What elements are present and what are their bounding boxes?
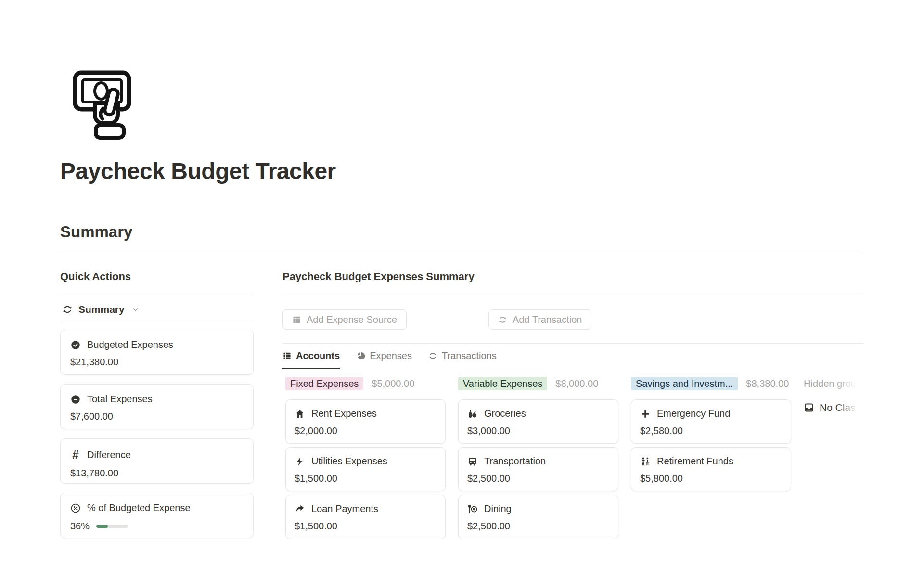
page-icon-money-in-hand[interactable] xyxy=(72,70,137,140)
expenses-summary-heading: Paycheck Budget Expenses Summary xyxy=(282,270,864,295)
quick-actions-panel: Quick Actions Summary xyxy=(60,254,254,539)
card-value: $21,380.00 xyxy=(70,357,244,368)
bolt-icon xyxy=(295,456,305,467)
board-group-variable-expenses: Variable Expenses $8,000.00 xyxy=(458,377,618,539)
board-card-retirement-funds[interactable]: Retirement Funds $5,800.00 xyxy=(631,447,791,491)
inbox-icon xyxy=(804,402,814,413)
transactions-swap-icon xyxy=(62,304,73,315)
tab-label: Expenses xyxy=(370,350,412,361)
board-card-loan-payments[interactable]: Loan Payments $1,500.00 xyxy=(285,495,446,539)
button-label: Add Transaction xyxy=(513,314,582,325)
tab-expenses[interactable]: Expenses xyxy=(356,350,412,369)
board-card-emergency-fund[interactable]: Emergency Fund $2,580.00 xyxy=(631,399,791,444)
minus-circle-icon xyxy=(70,394,81,405)
card-label: Dining xyxy=(484,503,512,514)
percent-circle-icon xyxy=(70,503,81,513)
progress-value: 36% xyxy=(70,521,90,532)
card-label: Emergency Fund xyxy=(657,408,730,419)
groceries-icon xyxy=(467,409,478,419)
board-group-fixed-expenses: Fixed Expenses $5,000.00 Rent Expenses $ xyxy=(285,377,446,539)
expenses-summary-panel: Paycheck Budget Expenses Summary Add Exp… xyxy=(282,254,864,539)
card-value: $3,000.00 xyxy=(467,425,609,436)
summary-card-percent-budgeted[interactable]: % of Budgeted Expense 36% xyxy=(60,493,254,538)
tab-transactions[interactable]: Transactions xyxy=(428,350,497,369)
card-value: $5,800.00 xyxy=(640,473,782,484)
tab-accounts[interactable]: Accounts xyxy=(282,350,340,369)
tab-label: Accounts xyxy=(296,350,340,361)
board-card-dining[interactable]: Dining $2,500.00 xyxy=(458,495,618,539)
card-value: $13,780.00 xyxy=(70,468,244,479)
dining-icon xyxy=(467,504,478,514)
house-icon xyxy=(295,409,305,419)
add-expense-source-button[interactable]: Add Expense Source xyxy=(282,309,407,330)
board-hidden-group: Hidden group No Classification xyxy=(804,377,864,539)
card-label: Budgeted Expenses xyxy=(87,339,173,350)
progress-bar xyxy=(96,525,128,528)
group-badge[interactable]: Fixed Expenses xyxy=(285,377,363,390)
card-label: Loan Payments xyxy=(311,503,378,514)
summary-card-difference[interactable]: # Difference $13,780.00 xyxy=(60,438,254,484)
group-total: $5,000.00 xyxy=(372,378,414,389)
tab-label: Transactions xyxy=(442,350,497,361)
card-value: $7,600.00 xyxy=(70,411,244,422)
card-label: Total Expenses xyxy=(87,394,153,405)
progress-bar-fill xyxy=(96,525,108,528)
group-badge[interactable]: Savings and Investm... xyxy=(631,377,738,390)
board-card-transportation[interactable]: Transportation $2,500.00 xyxy=(458,447,618,491)
hash-icon: # xyxy=(70,448,81,462)
card-label: Difference xyxy=(87,449,131,461)
board-card-utilities-expenses[interactable]: Utilities Expenses $1,500.00 xyxy=(285,447,446,491)
group-total: $8,000.00 xyxy=(555,378,598,389)
card-label: % of Budgeted Expense xyxy=(87,502,191,513)
button-label: Add Expense Source xyxy=(307,314,397,325)
hidden-group-no-classification[interactable]: No Classification xyxy=(804,402,864,413)
page-title: Paycheck Budget Tracker xyxy=(60,158,864,184)
summary-card-budgeted-expenses[interactable]: Budgeted Expenses $21,380.00 xyxy=(60,330,254,375)
card-label: Groceries xyxy=(484,408,526,419)
people-icon xyxy=(640,456,651,467)
board-group-savings-investments: Savings and Investm... $8,380.00 Emergen… xyxy=(631,377,791,539)
hidden-item-label: No Classification xyxy=(820,402,864,413)
transactions-swap-icon xyxy=(498,315,507,324)
check-circle-icon xyxy=(70,340,81,350)
bus-icon xyxy=(467,456,478,467)
card-label: Rent Expenses xyxy=(311,408,377,419)
view-dropdown-label: Summary xyxy=(78,304,125,315)
add-transaction-button[interactable]: Add Transaction xyxy=(488,309,592,330)
card-value: $2,500.00 xyxy=(467,521,609,532)
view-dropdown-summary[interactable]: Summary xyxy=(60,295,254,322)
table-rows-icon xyxy=(292,315,301,324)
view-tabs: Accounts Expenses Tran xyxy=(282,350,864,369)
card-value: $2,500.00 xyxy=(467,473,609,484)
board-card-groceries[interactable]: Groceries $3,000.00 xyxy=(458,399,618,444)
card-value: $1,500.00 xyxy=(295,521,436,532)
card-value: $2,580.00 xyxy=(640,425,782,436)
card-label: Utilities Expenses xyxy=(311,456,387,467)
forward-arrow-icon xyxy=(295,504,305,514)
card-label: Transportation xyxy=(484,456,546,467)
group-badge[interactable]: Variable Expenses xyxy=(458,377,547,390)
group-total: $8,380.00 xyxy=(746,378,789,389)
summary-section-heading: Summary xyxy=(60,223,864,254)
pie-chart-icon xyxy=(356,351,365,360)
board-card-rent-expenses[interactable]: Rent Expenses $2,000.00 xyxy=(285,399,446,444)
transactions-swap-icon xyxy=(428,351,437,360)
chevron-down-icon xyxy=(131,306,140,314)
hidden-group-label[interactable]: Hidden group xyxy=(804,377,864,390)
quick-actions-heading: Quick Actions xyxy=(60,270,254,295)
plus-icon xyxy=(640,409,651,419)
card-value: $2,000.00 xyxy=(295,425,436,436)
summary-card-total-expenses[interactable]: Total Expenses $7,600.00 xyxy=(60,384,254,429)
accounts-board: Fixed Expenses $5,000.00 Rent Expenses $ xyxy=(282,377,864,539)
card-value: $1,500.00 xyxy=(295,473,436,484)
table-rows-icon xyxy=(282,351,292,360)
card-label: Retirement Funds xyxy=(657,456,733,467)
